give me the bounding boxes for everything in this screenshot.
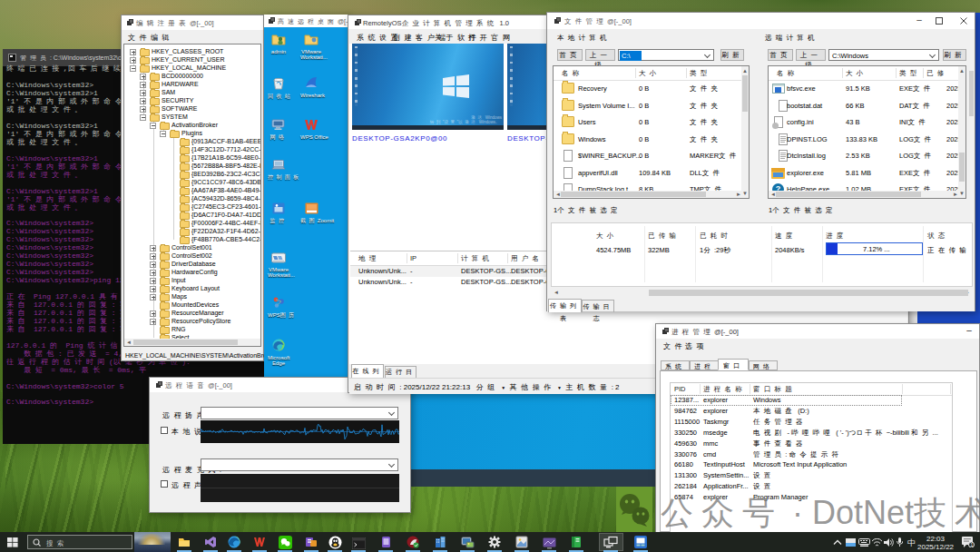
svg-text:1: 1 — [970, 542, 973, 547]
